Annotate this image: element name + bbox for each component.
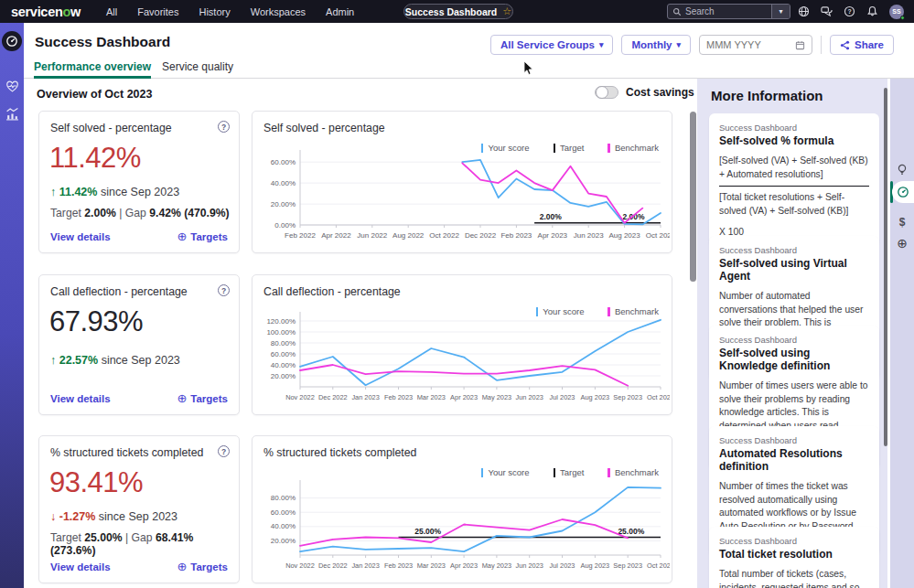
kpi-change: ↑ 11.42% since Sep 2023 (50, 186, 179, 198)
kpi-change-since: since Sep 2023 (102, 354, 180, 367)
svg-text:60.00%: 60.00% (271, 350, 296, 358)
svg-text:20.00%: 20.00% (271, 537, 296, 545)
gap-label: Gap (132, 531, 153, 544)
info-panel-scrollbar[interactable] (884, 88, 887, 446)
info-card-title: Self-solved % formula (719, 134, 869, 147)
service-groups-dropdown[interactable]: All Service Groups ▾ (490, 35, 613, 55)
success-dashboard-app: servicenow All Favorites History Workspa… (0, 0, 914, 588)
svg-text:20.00%: 20.00% (271, 372, 296, 380)
tab-performance-overview[interactable]: Performance overview (34, 60, 151, 73)
view-details-link[interactable]: View details (50, 561, 111, 572)
tab-service-quality[interactable]: Service quality (162, 60, 233, 73)
svg-text:May 2023: May 2023 (482, 561, 511, 570)
svg-text:25.00%: 25.00% (618, 527, 644, 536)
svg-text:Aug 2022: Aug 2022 (392, 231, 425, 240)
nav-item-favorites[interactable]: Favorites (137, 6, 178, 17)
svg-text:Mar 2023: Mar 2023 (417, 561, 446, 570)
kpi-title: % structured tickets completed (50, 446, 203, 459)
help-icon[interactable]: ? (218, 445, 230, 457)
kpi-change-value: ↑ 11.42% (50, 186, 97, 198)
svg-text:Nov 2022: Nov 2022 (285, 393, 315, 401)
structured-tickets-line-chart[interactable]: 20.00%40.00%60.00%80.00%Nov 2022Dec 2022… (256, 476, 670, 581)
self-solved-line-chart[interactable]: 0.00%20.00%40.00%60.00%Feb 2022Apr 2022J… (256, 146, 670, 251)
svg-text:Dec 2022: Dec 2022 (318, 561, 348, 570)
svg-text:100.00%: 100.00% (266, 328, 296, 337)
heart-pulse-icon (5, 80, 19, 93)
search-input[interactable] (682, 6, 771, 16)
call-deflection-line-chart[interactable]: 20.00%40.00%60.00%80.00%100.00%120.00%No… (256, 308, 670, 412)
insights-lightbulb-icon[interactable] (890, 164, 914, 176)
chat-icon[interactable] (821, 5, 833, 17)
mouse-cursor (523, 60, 534, 76)
info-card-total-ticket-resolution: Success Dashboard Total ticket resolutio… (709, 527, 879, 588)
kpi-change: ↓ -1.27% since Sep 2023 (50, 510, 177, 523)
help-icon[interactable]: ? (218, 121, 230, 133)
current-page-pill[interactable]: Success Dashboard ☆ (403, 4, 513, 19)
servicenow-logo[interactable]: servicenow (11, 5, 81, 19)
notifications-bell-icon[interactable] (866, 5, 878, 17)
kpi-footer: View details ⊕Targets (50, 230, 228, 243)
view-details-link[interactable]: View details (50, 393, 111, 404)
svg-text:Dec 2022: Dec 2022 (465, 231, 497, 240)
kpi-target-row: Target 25.00% | Gap 68.41% (273.6%) (50, 531, 239, 557)
svg-text:Feb 2022: Feb 2022 (285, 231, 316, 240)
targets-link[interactable]: ⊕Targets (177, 391, 228, 405)
arrow-up-icon: ↑ (50, 354, 56, 367)
date-input[interactable] (706, 39, 795, 50)
page-title: Success Dashboard (35, 34, 170, 50)
target-crosshair-icon: ⊕ (177, 230, 187, 243)
nav-item-history[interactable]: History (199, 6, 230, 17)
help-icon[interactable]: ? (218, 284, 230, 296)
svg-text:Dec 2022: Dec 2022 (318, 393, 348, 401)
share-button[interactable]: Share (830, 35, 894, 55)
period-dropdown[interactable]: Monthly ▾ (621, 35, 691, 55)
view-details-link[interactable]: View details (50, 231, 111, 242)
nav-item-all[interactable]: All (106, 6, 117, 17)
kpi-change-since: since Sep 2023 (101, 186, 179, 198)
help-icon[interactable]: ? (844, 5, 855, 17)
svg-text:20.00%: 20.00% (271, 200, 296, 208)
globe-icon[interactable] (798, 5, 810, 17)
global-search[interactable]: ▾ (667, 4, 790, 19)
target-value: 25.00% (84, 531, 122, 544)
targets-link[interactable]: ⊕Targets (177, 560, 228, 573)
calendar-icon (795, 40, 805, 50)
nav-menu: All Favorites History Workspaces Admin (106, 6, 354, 17)
svg-text:Jul 2023: Jul 2023 (550, 393, 575, 401)
info-card-eyebrow: Success Dashboard (719, 435, 869, 445)
sidebar-item-dashboard-active[interactable] (2, 31, 22, 51)
search-scope-dropdown[interactable]: ▾ (771, 5, 790, 18)
svg-text:?: ? (847, 8, 851, 15)
cost-savings-toggle[interactable] (595, 86, 618, 99)
svg-text:Jun 2023: Jun 2023 (515, 561, 543, 570)
sidebar-item-analytics[interactable] (0, 107, 24, 121)
kpi-change: ↑ 22.57% since Sep 2023 (50, 354, 180, 367)
arrow-down-icon: ↓ (50, 510, 56, 523)
kpi-card-self-solved: Self solved - percentage ? 11.42% ↑ 11.4… (38, 111, 240, 253)
chevron-down-icon: ▾ (677, 40, 682, 49)
favorite-star-icon[interactable]: ☆ (502, 5, 511, 17)
arrow-up-icon: ↑ (50, 186, 56, 198)
kpi-card-structured-tickets: % structured tickets completed ? 93.41% … (38, 435, 240, 583)
targets-link[interactable]: ⊕Targets (177, 230, 228, 243)
cost-savings-label: Cost savings (626, 86, 694, 99)
more-information-panel: More Information Success Dashboard Self-… (697, 79, 887, 588)
content-scrollbar[interactable] (690, 112, 696, 282)
header-controls: All Service Groups ▾ Monthly ▾ Share (490, 35, 894, 55)
separator: | (125, 531, 128, 544)
formula-denominator: [Total ticket resolutions + Self-solved … (719, 187, 869, 218)
svg-text:80.00%: 80.00% (271, 339, 296, 347)
sidebar-item-health[interactable] (0, 80, 24, 93)
date-picker-field[interactable] (699, 35, 812, 55)
dashboard-info-tab-active[interactable] (892, 181, 914, 203)
kpi-change-value: ↓ -1.27% (50, 510, 95, 523)
nav-item-admin[interactable]: Admin (326, 6, 354, 17)
formula-numerator: [Self-solved (VA) + Self-solved (KB) + A… (719, 155, 869, 187)
svg-text:Feb 2023: Feb 2023 (384, 393, 413, 401)
svg-text:Oct 2023: Oct 2023 (646, 231, 670, 240)
left-sidebar (0, 23, 24, 588)
cost-dollar-icon[interactable]: $ (890, 216, 914, 229)
user-avatar[interactable]: SS (889, 5, 904, 19)
targets-crosshair-icon[interactable]: ⊕ (890, 236, 914, 251)
nav-item-workspaces[interactable]: Workspaces (251, 6, 306, 17)
